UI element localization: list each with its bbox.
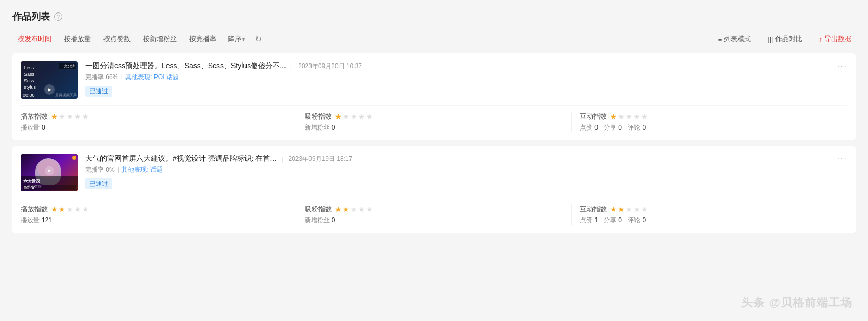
card-meta-2: 完播率 0% | 其他表现: 话题 bbox=[85, 165, 847, 174]
metric-interact-stars-1: ★ ★ ★ ★ ★ bbox=[610, 112, 648, 121]
sort-by-completion[interactable]: 按完播率 bbox=[184, 32, 222, 46]
card-more-button-1[interactable]: ··· bbox=[837, 61, 847, 71]
metrics-row-2: 播放指数 ★ ★ ★ ★ ★ 播放量121 bbox=[21, 198, 847, 225]
f2-star-3: ★ bbox=[351, 205, 357, 213]
sort-by-plays[interactable]: 按播放量 bbox=[59, 32, 96, 46]
p2-star-3: ★ bbox=[67, 205, 73, 213]
thumb-play-1: ▶ bbox=[44, 84, 55, 95]
metric-fans-label-1: 吸粉指数 bbox=[305, 112, 332, 121]
metric-fans-label-row-1: 吸粉指数 ★ ★ ★ ★ ★ bbox=[305, 112, 563, 121]
fan-star-2: ★ bbox=[343, 112, 349, 121]
f2-star-2: ★ bbox=[343, 205, 349, 213]
card-more-button-2[interactable]: ··· bbox=[837, 154, 847, 163]
thumbnail-1: Less Sass Scss stylus ▶ 00:00 剪辑视频工具 一文分… bbox=[21, 61, 78, 99]
chevron-down-icon: ▾ bbox=[242, 36, 245, 42]
f2-star-1: ★ bbox=[335, 205, 342, 213]
int-star-4: ★ bbox=[633, 112, 640, 121]
thumb-time-1: 00:00 bbox=[23, 93, 35, 98]
metric-fans-2: 吸粉指数 ★ ★ ★ ★ ★ 新增粉丝0 bbox=[296, 204, 572, 225]
metric-interact-value-1: 点赞0 分享0 评论0 bbox=[580, 123, 839, 132]
metric-plays-label-row-2: 播放指数 ★ ★ ★ ★ ★ bbox=[21, 204, 288, 214]
page-header: 作品列表 ? bbox=[12, 10, 856, 23]
toolbar-right: ≡ 列表模式 ||| 作品对比 ↑ 导出数据 bbox=[714, 32, 856, 46]
help-icon[interactable]: ? bbox=[54, 12, 62, 21]
int-star-1: ★ bbox=[610, 112, 617, 121]
metric-interact-label-1: 互动指数 bbox=[580, 112, 607, 121]
sort-by-likes[interactable]: 按点赞数 bbox=[98, 32, 136, 46]
thumb-time-2: 00:00 bbox=[23, 185, 76, 190]
metric-interact-label-2: 互动指数 bbox=[580, 204, 607, 214]
metric-plays-stars-1: ★ ★ ★ ★ ★ bbox=[51, 112, 89, 121]
thumb-text-1: Less Sass Scss stylus bbox=[24, 65, 36, 91]
sort-by-publish-time[interactable]: 按发布时间 bbox=[12, 32, 57, 46]
card-topics-1[interactable]: 其他表现: POI 话题 bbox=[125, 73, 179, 81]
card-title-row-2: 大气的官网首屏六大建议。#视觉设计 强调品牌标识: 在首... | 2023年0… bbox=[85, 154, 847, 163]
sort-order-label: 降序 bbox=[228, 34, 241, 44]
card-title-1: 一图分清css预处理器。Less、Sass、Scss、Stylus傻傻分不... bbox=[85, 61, 286, 71]
fan-star-1: ★ bbox=[335, 112, 342, 121]
metric-plays-label-1: 播放指数 bbox=[21, 112, 48, 121]
toolbar-left: 按发布时间 按播放量 按点赞数 按新增粉丝 按完播率 降序 ▾ ↻ bbox=[12, 32, 266, 46]
metric-fans-label-row-2: 吸粉指数 ★ ★ ★ ★ ★ bbox=[305, 204, 563, 214]
int-star-5: ★ bbox=[641, 112, 648, 121]
fan-star-5: ★ bbox=[366, 112, 373, 121]
export-icon: ↑ bbox=[819, 35, 823, 43]
completion-rate-2: 完播率 0% bbox=[85, 166, 115, 173]
metric-interact-1: 互动指数 ★ ★ ★ ★ ★ 点赞0 分享0 评论0 bbox=[572, 112, 847, 132]
fan-star-4: ★ bbox=[358, 112, 365, 121]
fan-star-3: ★ bbox=[351, 112, 357, 121]
compare-button[interactable]: ||| 作品对比 bbox=[763, 32, 806, 46]
thumb-play-2: ▶ bbox=[45, 166, 54, 175]
int-star-3: ★ bbox=[626, 112, 632, 121]
metric-fans-value-1: 新增粉丝0 bbox=[305, 123, 563, 132]
metric-fans-stars-2: ★ ★ ★ ★ ★ bbox=[335, 205, 373, 213]
card-date-2: 2023年09月19日 18:17 bbox=[289, 155, 353, 163]
card-date-1: 2023年09月20日 10:37 bbox=[298, 62, 362, 71]
card-info-2: 大气的官网首屏六大建议。#视觉设计 强调品牌标识: 在首... | 2023年0… bbox=[85, 154, 847, 189]
i2-star-5: ★ bbox=[641, 205, 648, 213]
card-meta-1: 完播率 66% | 其他表现: POI 话题 bbox=[85, 73, 847, 82]
p2-star-1: ★ bbox=[51, 205, 58, 213]
list-mode-icon: ≡ bbox=[718, 35, 722, 43]
star-5: ★ bbox=[82, 112, 89, 121]
toolbar: 按发布时间 按播放量 按点赞数 按新增粉丝 按完播率 降序 ▾ ↻ ≡ 列表模式… bbox=[12, 32, 856, 46]
sort-by-new-fans[interactable]: 按新增粉丝 bbox=[138, 32, 182, 46]
content-card-1: ··· Less Sass Scss stylus ▶ 00:00 剪辑视频工具… bbox=[12, 53, 856, 140]
card-status-2: 已通过 bbox=[85, 178, 847, 189]
int-star-2: ★ bbox=[618, 112, 625, 121]
metric-fans-label-2: 吸粉指数 bbox=[305, 204, 332, 214]
metric-fans-1: 吸粉指数 ★ ★ ★ ★ ★ 新增粉丝0 bbox=[296, 112, 572, 132]
card-topics-2[interactable]: 其他表现: 话题 bbox=[122, 166, 163, 173]
i2-star-3: ★ bbox=[626, 205, 632, 213]
thumb-badge-1: 一文分清 bbox=[59, 63, 76, 69]
thumb-dot-2 bbox=[72, 156, 76, 160]
metric-plays-label-row-1: 播放指数 ★ ★ ★ ★ ★ bbox=[21, 112, 288, 121]
metric-interact-label-row-2: 互动指数 ★ ★ ★ ★ ★ bbox=[580, 204, 839, 214]
metric-interact-stars-2: ★ ★ ★ ★ ★ bbox=[610, 205, 648, 213]
card-title-2: 大气的官网首屏六大建议。#视觉设计 强调品牌标识: 在首... bbox=[85, 154, 276, 163]
metric-plays-2: 播放指数 ★ ★ ★ ★ ★ 播放量121 bbox=[21, 204, 296, 225]
completion-rate-1: 完播率 66% bbox=[85, 73, 118, 81]
card-header-2: 六大建议 大气の首屏 00:00 ▶ 大气的官网首屏六大建议。#视觉设计 强调品… bbox=[21, 154, 847, 191]
sort-order-dropdown[interactable]: 降序 ▾ bbox=[224, 32, 249, 46]
star-2: ★ bbox=[59, 112, 66, 121]
p2-star-2: ★ bbox=[59, 205, 66, 213]
thumbnail-2: 六大建议 大气の首屏 00:00 ▶ bbox=[21, 154, 78, 191]
compare-icon: ||| bbox=[768, 35, 773, 43]
metric-plays-stars-2: ★ ★ ★ ★ ★ bbox=[51, 205, 89, 213]
i2-star-1: ★ bbox=[610, 205, 617, 213]
list-mode-label: 列表模式 bbox=[724, 34, 751, 44]
export-label: 导出数据 bbox=[824, 34, 851, 44]
status-badge-1: 已通过 bbox=[85, 86, 112, 97]
p2-star-5: ★ bbox=[82, 205, 89, 213]
list-mode-button[interactable]: ≡ 列表模式 bbox=[714, 32, 756, 46]
export-button[interactable]: ↑ 导出数据 bbox=[815, 32, 856, 46]
p2-star-4: ★ bbox=[74, 205, 81, 213]
card-info-1: 一图分清css预处理器。Less、Sass、Scss、Stylus傻傻分不...… bbox=[85, 61, 847, 97]
compare-label: 作品对比 bbox=[775, 34, 802, 44]
page-title: 作品列表 bbox=[12, 10, 50, 23]
metric-interact-value-2: 点赞1 分享0 评论0 bbox=[580, 216, 839, 225]
f2-star-4: ★ bbox=[358, 205, 365, 213]
metrics-row-1: 播放指数 ★ ★ ★ ★ ★ 播放量0 bbox=[21, 105, 847, 132]
refresh-button[interactable]: ↻ bbox=[251, 33, 266, 45]
